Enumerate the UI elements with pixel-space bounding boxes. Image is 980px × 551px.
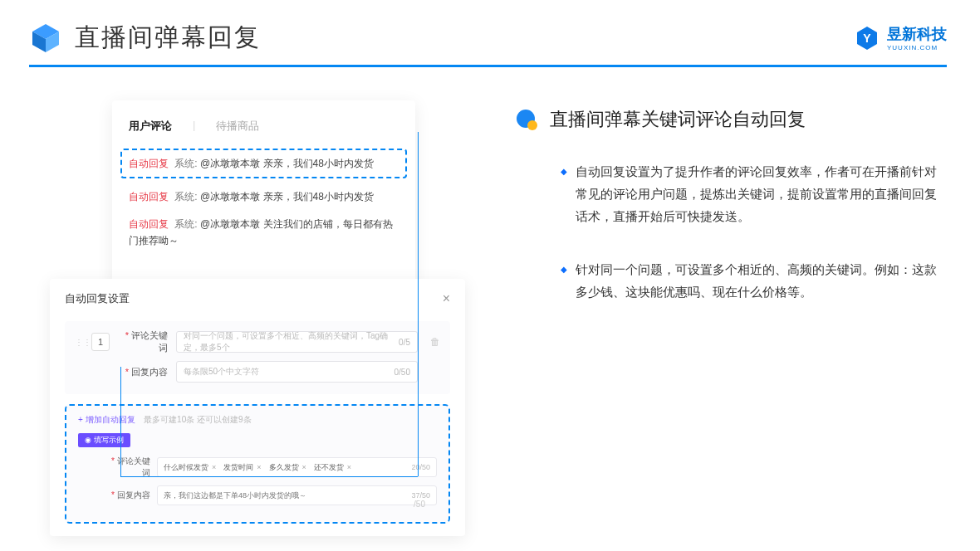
- add-hint: 最多可建10条 还可以创建9条: [144, 415, 251, 424]
- keyword-input[interactable]: 对同一个问题，可设置多个相近、高频的关键词，Tag确定，最多5个 0/5: [176, 331, 418, 353]
- connector-line: [120, 476, 418, 477]
- keyword-label: *评论关键词: [118, 329, 168, 354]
- connector-line: [120, 367, 121, 477]
- comment-tabs: 用户评论 | 待播商品: [129, 119, 399, 134]
- system-label: 系统:: [174, 218, 197, 230]
- settings-header: 自动回复设置 ×: [65, 291, 450, 306]
- add-auto-reply-link[interactable]: + 增加自动回复: [78, 415, 135, 424]
- keyword-counter: 0/5: [399, 338, 410, 347]
- bullet-item: 针对同一个问题，可设置多个相近的、高频的关键词。例如：这款多少钱、这块能优惠吗、…: [561, 259, 947, 304]
- content-placeholder: 每条限50个中文字符: [184, 366, 259, 378]
- tag-remove-icon[interactable]: ×: [347, 463, 351, 471]
- form-row-content: *回复内容 每条限50个中文字符 0/50: [75, 361, 440, 383]
- comment-card: 用户评论 | 待播商品 自动回复 系统: @冰墩墩本墩 亲亲，我们48小时内发货…: [112, 100, 415, 285]
- svg-point-5: [527, 120, 537, 130]
- example-badge: ◉ 填写示例: [78, 433, 130, 447]
- tab-divider: |: [193, 119, 195, 134]
- comment-row: 自动回复 系统: @冰墩墩本墩 亲亲，我们48小时内发货: [129, 188, 399, 205]
- highlighted-comment: 自动回复 系统: @冰墩墩本墩 亲亲，我们48小时内发货: [120, 149, 407, 178]
- content-label: *回复内容: [118, 366, 168, 378]
- settings-title: 自动回复设置: [65, 291, 130, 306]
- auto-reply-tag: 自动回复: [129, 158, 169, 169]
- comment-text: @冰墩墩本墩 亲亲，我们48小时内发货: [200, 158, 374, 169]
- example-content-row: *回复内容 亲，我们这边都是下单48小时内发货的哦～ 37/50: [78, 485, 437, 505]
- main-content: 用户评论 | 待播商品 自动回复 系统: @冰墩墩本墩 亲亲，我们48小时内发货…: [0, 67, 980, 335]
- tab-pending-goods[interactable]: 待播商品: [216, 119, 259, 134]
- ex-content-input[interactable]: 亲，我们这边都是下单48小时内发货的哦～ 37/50: [157, 485, 437, 505]
- page-header: 直播间弹幕回复 Y 昱新科技 YUUXIN.COM: [0, 0, 980, 55]
- tag-remove-icon[interactable]: ×: [212, 463, 216, 471]
- auto-reply-tag: 自动回复: [129, 191, 169, 202]
- ex-tag: 还不发货: [314, 462, 344, 473]
- tag-remove-icon[interactable]: ×: [302, 463, 306, 471]
- ex-tag: 发货时间: [223, 462, 253, 473]
- brand-text-wrap: 昱新科技 YUUXIN.COM: [887, 24, 947, 51]
- bullet-item: 自动回复设置为了提升作者的评论回复效率，作者可在开播前针对常见的评论用户问题，提…: [561, 161, 947, 227]
- ex-content-text: 亲，我们这边都是下单48小时内发货的哦～: [164, 490, 306, 501]
- content-input[interactable]: 每条限50个中文字符 0/50: [176, 361, 418, 383]
- ex-keyword-input[interactable]: 什么时候发货× 发货时间× 多久发货× 还不发货× 20/50: [157, 457, 437, 477]
- connector-line: [418, 132, 419, 476]
- keyword-placeholder: 对同一个问题，可设置多个相近、高频的关键词，Tag确定，最多5个: [184, 330, 399, 354]
- brand-icon: Y: [854, 25, 880, 51]
- form-row-keyword: ⋮⋮ 1 *评论关键词 对同一个问题，可设置多个相近、高频的关键词，Tag确定，…: [75, 329, 440, 354]
- ex-keyword-label: *评论关键词: [105, 456, 150, 479]
- ghost-counter: /50: [414, 500, 425, 509]
- right-column: 直播间弹幕关键词评论自动回复 自动回复设置为了提升作者的评论回复效率，作者可在开…: [515, 100, 947, 335]
- cube-icon: [29, 22, 62, 55]
- ex-tag: 什么时候发货: [164, 462, 208, 473]
- brand-name: 昱新科技: [887, 24, 947, 44]
- rule-number: 1: [91, 333, 110, 351]
- system-label: 系统:: [174, 158, 197, 169]
- page-title: 直播间弹幕回复: [75, 21, 261, 55]
- ex-ct-counter: 37/50: [411, 491, 430, 500]
- ex-content-label: *回复内容: [105, 490, 150, 501]
- settings-body: ⋮⋮ 1 *评论关键词 对同一个问题，可设置多个相近、高频的关键词，Tag确定，…: [65, 321, 450, 394]
- example-keyword-row: *评论关键词 什么时候发货× 发货时间× 多久发货× 还不发货× 20/50: [78, 456, 437, 479]
- header-left: 直播间弹幕回复: [29, 21, 261, 55]
- feature-icon: [515, 108, 538, 131]
- svg-text:Y: Y: [863, 32, 871, 45]
- trash-icon[interactable]: 🗑: [430, 336, 440, 348]
- tab-user-comments[interactable]: 用户评论: [129, 119, 172, 134]
- brand-logo: Y 昱新科技 YUUXIN.COM: [854, 24, 947, 51]
- brand-url: YUUXIN.COM: [887, 44, 947, 51]
- content-counter: 0/50: [394, 368, 410, 377]
- feature-header: 直播间弹幕关键词评论自动回复: [515, 107, 947, 132]
- comment-row: 自动回复 系统: @冰墩墩本墩 亲亲，我们48小时内发货: [129, 155, 399, 172]
- auto-reply-tag: 自动回复: [129, 218, 169, 230]
- ex-tag: 多久发货: [269, 462, 299, 473]
- close-icon[interactable]: ×: [443, 291, 450, 306]
- drag-handle-icon[interactable]: ⋮⋮: [75, 338, 83, 347]
- bullet-list: 自动回复设置为了提升作者的评论回复效率，作者可在开播前针对常见的评论用户问题，提…: [515, 161, 947, 304]
- feature-title: 直播间弹幕关键词评论自动回复: [550, 107, 806, 132]
- left-column: 用户评论 | 待播商品 自动回复 系统: @冰墩墩本墩 亲亲，我们48小时内发货…: [54, 100, 465, 335]
- comment-text: @冰墩墩本墩 亲亲，我们48小时内发货: [200, 191, 374, 202]
- ex-kw-counter: 20/50: [411, 463, 430, 471]
- tag-remove-icon[interactable]: ×: [257, 463, 261, 471]
- example-box: + 增加自动回复 最多可建10条 还可以创建9条 ◉ 填写示例 *评论关键词 什…: [65, 404, 450, 524]
- settings-card: 自动回复设置 × ⋮⋮ 1 *评论关键词 对同一个问题，可设置多个相近、高频的关…: [50, 279, 465, 536]
- comment-row: 自动回复 系统: @冰墩墩本墩 关注我们的店铺，每日都有热门推荐呦～: [129, 216, 399, 250]
- system-label: 系统:: [174, 191, 197, 202]
